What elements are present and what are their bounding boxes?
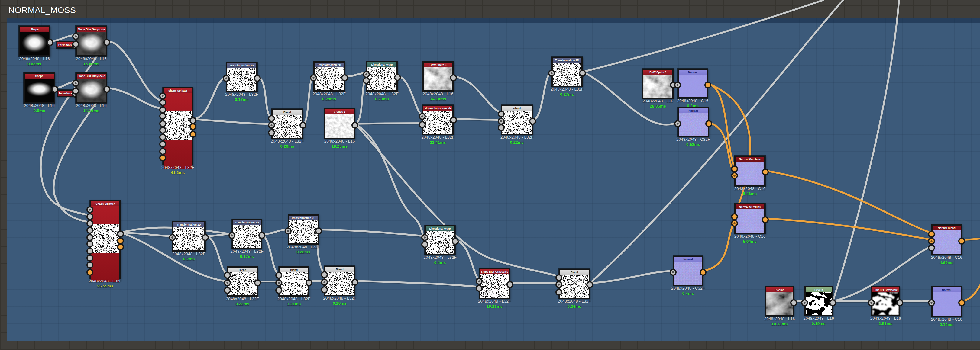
wire[interactable] [453,119,501,120]
wire[interactable] [455,240,479,280]
input-port[interactable] [159,120,166,127]
wire[interactable] [262,230,288,234]
wire[interactable] [193,119,271,124]
output-port[interactable] [341,74,348,81]
wire[interactable] [319,230,425,236]
input-port[interactable] [285,227,292,234]
wire[interactable] [193,77,226,119]
node-normal-combine[interactable]: Normal Combine2048x2048 - C165.04ms [734,203,765,234]
output-port[interactable] [790,299,797,306]
input-port[interactable] [275,287,282,294]
input-port[interactable] [224,272,231,279]
input-port[interactable] [159,106,166,113]
node-transformation-2d[interactable]: Transformation 2D2048x2048 - L32F0.27ms [552,57,582,87]
wire[interactable] [41,41,107,215]
wire[interactable] [303,76,313,124]
output-port[interactable] [529,118,536,125]
output-port[interactable] [958,299,965,306]
wire-normal[interactable] [962,285,980,301]
output-port[interactable] [829,299,836,306]
input-port[interactable] [928,244,935,251]
wire[interactable] [590,0,843,283]
input-port[interactable] [72,33,79,40]
output-port[interactable] [103,86,110,93]
wire[interactable] [258,77,271,117]
input-port[interactable] [419,113,426,120]
node-normal[interactable]: Normal2048x2048 - C32F0.4ms [673,256,703,286]
input-port[interactable] [159,148,166,155]
input-port[interactable] [86,213,93,220]
input-port[interactable] [72,87,79,95]
node-slope-blur-grayscale[interactable]: Slope Blur Grayscale2048x2048 - L32F19.2… [479,268,510,299]
input-port[interactable] [169,234,176,241]
wire[interactable] [453,76,501,112]
input-port[interactable] [268,122,275,129]
output-port[interactable] [117,243,124,250]
input-port[interactable] [86,261,93,268]
node-normal-combine[interactable]: Normal Combine2048x2048 - C165.46ms [734,155,765,186]
input-port[interactable] [159,141,166,148]
node-directional-warp[interactable]: Directional Warp2048x2048 - L32F0.23ms [366,61,398,92]
wire[interactable] [355,281,479,287]
input-port[interactable] [731,220,738,227]
output-port[interactable] [46,39,54,46]
node-blend[interactable]: Blend2048x2048 - L32F1.21ms [278,266,309,296]
node-blend[interactable]: Blend2048x2048 - L32F0.28ms [324,266,355,296]
input-port[interactable] [223,75,230,82]
input-port[interactable] [363,77,370,84]
wire-normal[interactable] [703,222,734,271]
wire[interactable] [833,0,899,301]
input-port[interactable] [419,121,426,128]
output-port[interactable] [896,299,903,306]
node-shape-splatter[interactable]: Shape Splatter2048x2048 - L32F35.55ms [90,200,121,279]
node-shape-splatter[interactable]: Shape Splatter2048x2048 - L32F41.2ms [162,87,193,165]
input-port[interactable] [159,92,166,99]
wire[interactable] [582,0,824,72]
output-port[interactable] [506,281,514,288]
wire[interactable] [533,72,552,120]
input-port[interactable] [159,112,166,120]
node-slope-blur-grayscale[interactable]: Slope Blur Grayscale2048x2048 - L1614.16… [76,73,107,103]
wire[interactable] [398,76,422,115]
input-port[interactable] [86,206,93,213]
wire[interactable] [355,123,422,124]
node-shape[interactable]: Shape2048x2048 - L160.5ms [24,73,55,103]
output-port[interactable] [202,234,209,241]
node-normal[interactable]: Normal2048x2048 - C32F0.53ms [678,107,709,137]
node-bnw-spots-3[interactable]: BnW Spots 32048x2048 - L1614.14ms [422,61,453,92]
graph-canvas[interactable]: NORMAL_MOSS [0,0,980,350]
input-port[interactable] [674,82,681,89]
input-port[interactable] [159,154,166,161]
output-port[interactable] [700,269,706,276]
input-port[interactable] [731,172,738,179]
node-slope-blur-grayscale[interactable]: Slope Blur Grayscale2048x2048 - L32F22.4… [422,105,453,135]
node-shape[interactable]: Shape2048x2048 - L160.63ms [19,26,50,57]
node-transformation-2d[interactable]: Transformation 2D2048x2048 - L32F0.28ms [313,61,345,92]
input-port[interactable] [555,281,562,288]
node-normal[interactable]: Normal2048x2048 - C160.14ms [931,286,962,317]
input-port[interactable] [321,279,328,286]
wire[interactable] [107,41,162,101]
input-port[interactable] [670,269,676,276]
input-port[interactable] [731,213,738,220]
output-port[interactable] [958,238,965,245]
output-port[interactable] [450,117,457,124]
output-port[interactable] [254,279,261,286]
node-transformation-2d[interactable]: Transformation 2D2048x2048 - L32F0.17ms [232,219,262,249]
input-port[interactable] [268,115,275,122]
node-transformation-2d[interactable]: Transformation 2D2048x2048 - L32F0.2ms [172,221,205,252]
input-port[interactable] [268,129,275,136]
wire[interactable] [50,35,76,41]
input-port[interactable] [868,299,875,306]
node-blend[interactable]: Blend2048x2048 - L32F0.22ms [227,266,258,296]
input-port[interactable] [928,231,935,238]
input-port[interactable] [86,255,93,261]
node-blend[interactable]: Blend2048x2048 - L32F0.22ms [501,105,533,135]
wire[interactable] [107,88,162,108]
input-port[interactable] [555,274,562,281]
input-port[interactable] [310,74,317,81]
input-port[interactable] [224,287,231,294]
output-port[interactable] [189,131,196,138]
input-port[interactable] [555,289,562,296]
input-port[interactable] [731,165,738,173]
